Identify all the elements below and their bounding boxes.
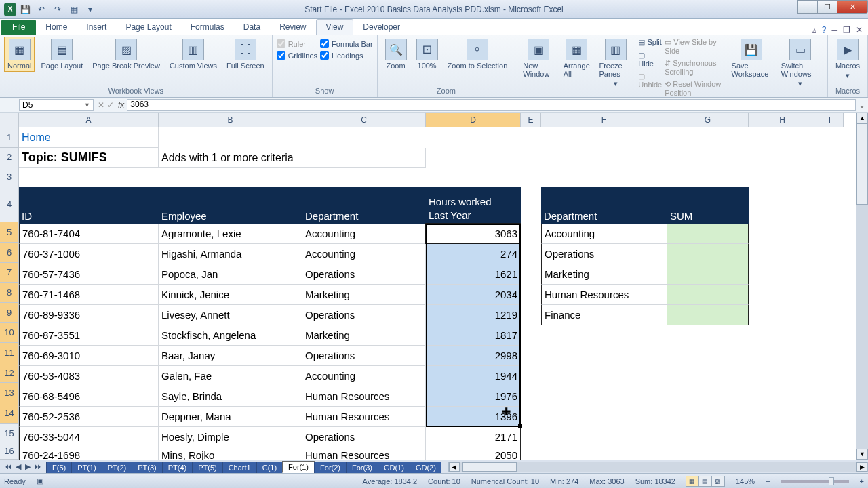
- col-header-D[interactable]: D: [426, 113, 521, 127]
- workbook-minimize-icon[interactable]: ─: [831, 25, 837, 35]
- page-break-view-icon[interactable]: ▨: [711, 476, 725, 487]
- cell-D6[interactable]: 274: [426, 244, 521, 264]
- sheet-tab-pt1[interactable]: PT(1): [71, 462, 102, 473]
- col-header-H[interactable]: H: [749, 113, 816, 127]
- cell-B8[interactable]: Kinnick, Jenice: [159, 285, 302, 305]
- cell-G4[interactable]: SUM: [667, 187, 749, 224]
- sheet-tab-pt5[interactable]: PT(5): [192, 462, 223, 473]
- cell-A4[interactable]: ID: [19, 187, 159, 224]
- fx-icon[interactable]: fx: [118, 100, 127, 110]
- zoom-100-button[interactable]: ⚀100%: [413, 37, 441, 72]
- cell-A7[interactable]: 760-57-7436: [19, 264, 159, 285]
- cell-D9[interactable]: 1219: [426, 305, 521, 325]
- split-button[interactable]: ▤ Split: [638, 38, 662, 47]
- maximize-button[interactable]: ☐: [817, 0, 837, 14]
- cell-A11[interactable]: 760-69-3010: [19, 346, 159, 366]
- full-screen-button[interactable]: ⛶Full Screen: [223, 37, 268, 72]
- cell-B9[interactable]: Livesey, Annett: [159, 305, 302, 325]
- headings-checkbox[interactable]: Headings: [320, 51, 373, 60]
- tab-developer[interactable]: Developer: [353, 20, 410, 35]
- page-break-button[interactable]: ▨Page Break Preview: [89, 37, 163, 72]
- row-header-16[interactable]: 16: [0, 443, 19, 460]
- cell-C7[interactable]: Operations: [302, 264, 426, 285]
- row-header-12[interactable]: 12: [0, 363, 19, 384]
- qat-dropdown-icon[interactable]: ▾: [83, 2, 98, 17]
- row-header-5[interactable]: 5: [0, 222, 19, 243]
- col-header-C[interactable]: C: [302, 113, 426, 127]
- tab-data[interactable]: Data: [234, 20, 270, 35]
- switch-windows-button[interactable]: ▭Switch Windows ▾: [778, 37, 823, 90]
- cell-A15[interactable]: 760-33-5044: [19, 427, 159, 447]
- tab-view[interactable]: View: [316, 19, 354, 35]
- cell-C12[interactable]: Accounting: [302, 366, 426, 386]
- cell-B5[interactable]: Agramonte, Lexie: [159, 224, 302, 244]
- cell-D7[interactable]: 1621: [426, 264, 521, 285]
- cell-A5[interactable]: 760-81-7404: [19, 224, 159, 244]
- sheet-nav[interactable]: ⏮◀▶⏭: [0, 462, 46, 471]
- row-header-15[interactable]: 15: [0, 424, 19, 444]
- cell-D8[interactable]: 2034: [426, 285, 521, 305]
- zoom-out-icon[interactable]: −: [766, 477, 770, 485]
- fill-handle[interactable]: [518, 424, 522, 428]
- page-layout-view-icon[interactable]: ▤: [698, 476, 712, 487]
- row-header-10[interactable]: 10: [0, 323, 19, 343]
- cell-G8[interactable]: [667, 285, 749, 305]
- row-header-9[interactable]: 9: [0, 303, 19, 323]
- help-icon[interactable]: ?: [822, 25, 827, 35]
- sheet-tab-pt3[interactable]: PT(3): [132, 462, 163, 473]
- tab-page-layout[interactable]: Page Layout: [116, 20, 180, 35]
- cell-B7[interactable]: Popoca, Jan: [159, 264, 302, 285]
- cell-D11[interactable]: 2998: [426, 346, 521, 366]
- cell-F4[interactable]: Department: [541, 187, 667, 224]
- cell-C14[interactable]: Human Resources: [302, 407, 426, 427]
- worksheet-grid[interactable]: ABCDEFGHI 12345678910111213141516 HomeTo…: [0, 113, 868, 460]
- sheet-tab-for3[interactable]: For(3): [346, 462, 378, 473]
- name-box[interactable]: D5▼: [19, 99, 94, 111]
- arrange-all-button[interactable]: ▦Arrange All: [560, 37, 593, 80]
- scroll-down-icon[interactable]: ▼: [856, 449, 868, 460]
- row-header-3[interactable]: 3: [0, 167, 19, 186]
- cells-area[interactable]: HomeTopic: SUMIFSAdds with 1 or more cri…: [19, 127, 856, 460]
- close-button[interactable]: ✕: [837, 0, 868, 14]
- col-header-I[interactable]: I: [816, 113, 844, 127]
- cell-F6[interactable]: Operations: [541, 244, 667, 264]
- cell-A8[interactable]: 760-71-1468: [19, 285, 159, 305]
- sheet-tab-gd2[interactable]: GD(2): [410, 462, 441, 473]
- tab-formulas[interactable]: Formulas: [181, 20, 234, 35]
- select-all-corner[interactable]: [0, 113, 19, 127]
- new-window-button[interactable]: ▣New Window: [519, 37, 557, 80]
- sheet-tab-chart1[interactable]: Chart1: [222, 462, 257, 473]
- cell-A16[interactable]: 760-24-1698: [19, 447, 159, 460]
- cell-C11[interactable]: Operations: [302, 346, 426, 366]
- cell-D14[interactable]: 1396: [426, 407, 521, 427]
- cell-B6[interactable]: Higashi, Armanda: [159, 244, 302, 264]
- vertical-scrollbar[interactable]: ▲ ▼: [856, 113, 868, 460]
- normal-view-icon[interactable]: ▦: [686, 476, 699, 487]
- row-header-13[interactable]: 13: [0, 383, 19, 403]
- status-rec-icon[interactable]: ▣: [37, 476, 43, 485]
- row-header-8[interactable]: 8: [0, 283, 19, 303]
- row-header-14[interactable]: 14: [0, 403, 19, 424]
- minimize-button[interactable]: ─: [797, 0, 818, 14]
- sheet-tab-c1[interactable]: C(1): [256, 462, 283, 473]
- col-header-F[interactable]: F: [541, 113, 667, 127]
- formula-bar-expand-icon[interactable]: ⌄: [856, 100, 868, 110]
- horizontal-scrollbar[interactable]: ◀▶: [448, 462, 868, 472]
- row-header-2[interactable]: 2: [0, 148, 19, 168]
- cell-D10[interactable]: 1817: [426, 325, 521, 346]
- row-header-11[interactable]: 11: [0, 343, 19, 363]
- zoom-slider[interactable]: [781, 480, 849, 483]
- view-mode-buttons[interactable]: ▦ ▤ ▨: [686, 476, 725, 487]
- workbook-restore-icon[interactable]: ❐: [843, 25, 850, 35]
- cell-F8[interactable]: Human Resources: [541, 285, 667, 305]
- cell-B2[interactable]: Adds with 1 or more criteria: [159, 148, 426, 168]
- sheet-tabs[interactable]: F(5)PT(1)PT(2)PT(3)PT(4)PT(5)Chart1C(1)F…: [46, 460, 441, 473]
- zoom-selection-button[interactable]: ⌖Zoom to Selection: [444, 37, 511, 72]
- qat-custom-icon[interactable]: ▦: [66, 2, 81, 17]
- column-headers[interactable]: ABCDEFGHI: [19, 113, 844, 127]
- sheet-tab-pt4[interactable]: PT(4): [162, 462, 193, 473]
- cell-C16[interactable]: Human Resources: [302, 447, 426, 460]
- page-layout-button[interactable]: ▤Page Layout: [37, 37, 86, 72]
- cell-C6[interactable]: Accounting: [302, 244, 426, 264]
- cell-C5[interactable]: Accounting: [302, 224, 426, 244]
